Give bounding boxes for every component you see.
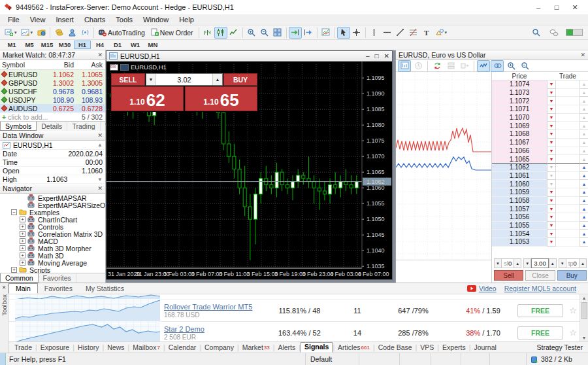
dom-volume-cell[interactable] <box>556 130 580 139</box>
buy-button[interactable]: BUY <box>223 73 257 86</box>
dom-buy-button[interactable]: Buy <box>557 270 587 281</box>
data-window-close-icon[interactable]: ✕ <box>97 132 103 139</box>
navigator-item-moving-average[interactable]: +Moving Average <box>0 259 105 266</box>
dom-close-button[interactable]: Close <box>525 270 555 281</box>
dom-volume-cell[interactable] <box>556 222 580 230</box>
navigator-item-math-3d-morpher[interactable]: +Math 3D Morpher <box>0 245 105 252</box>
market-watch-row[interactable]: AUDUSD0.67250.6728 <box>0 104 105 113</box>
volume-up-icon[interactable]: ▲ <box>212 74 222 85</box>
community-button[interactable] <box>65 27 78 39</box>
chart-window-titlebar[interactable]: EURUSD,H1 – □ ✕ <box>106 51 392 61</box>
menu-window[interactable]: Window <box>138 16 174 24</box>
dom-buy-tick-button[interactable]: ▲ <box>580 197 588 205</box>
dom-refresh-button[interactable] <box>431 60 444 72</box>
dom-buy-tick-button[interactable]: ▲ <box>580 130 588 139</box>
chart-shift-button[interactable] <box>302 27 315 39</box>
dom-volume-cell[interactable] <box>556 105 580 114</box>
navigator-item-controls[interactable]: +Controls <box>0 223 105 230</box>
market-watch-row[interactable]: GBPUSD1.30021.3005 <box>0 78 105 87</box>
dom-volume-cell[interactable] <box>556 180 580 188</box>
sl-value[interactable]: 0 <box>508 260 512 267</box>
dom-buy-tick-button[interactable]: ▲ <box>580 122 588 130</box>
dom-sell-tick-button[interactable]: ▼ <box>547 139 556 147</box>
dom-buy-tick-button[interactable]: ▲ <box>580 139 588 147</box>
dom-sell-tick-button[interactable]: ▼ <box>547 97 556 105</box>
navigator-close-icon[interactable]: ✕ <box>97 185 103 192</box>
market-watch-row[interactable]: USDCHF0.96780.9681 <box>0 87 105 96</box>
indicators-button[interactable] <box>319 27 333 39</box>
market-watch-close-icon[interactable]: ✕ <box>97 52 103 58</box>
dom-sell-tick-button[interactable]: ▼ <box>547 155 556 164</box>
search-button[interactable] <box>529 27 542 39</box>
dom-buy-tick-button[interactable]: ▲ <box>580 105 588 114</box>
volume-value[interactable]: 3.02 <box>156 74 212 85</box>
sell-button[interactable]: SELL <box>111 73 145 86</box>
dom-tick-chart-button[interactable] <box>477 60 490 72</box>
chart-canvas[interactable]: 1.10951.10901.10851.10801.10751.10701.10… <box>106 61 392 279</box>
dom-volume-cell[interactable] <box>556 188 580 197</box>
zoom-out-button[interactable] <box>258 27 271 39</box>
tab-trading[interactable]: Trading <box>67 122 100 131</box>
dom-orders-button[interactable] <box>444 60 457 72</box>
text-label-button[interactable]: T <box>420 27 433 39</box>
dom-buy-tick-button[interactable]: ▲ <box>580 97 588 105</box>
new-order-button[interactable]: New Order <box>148 27 197 39</box>
objects-button[interactable]: ▾ <box>433 27 449 39</box>
close-button[interactable]: ✕ <box>566 1 584 14</box>
dom-transfer-button[interactable] <box>458 60 471 72</box>
signal-row[interactable]: Star 2 Demo2 508 EUR163.44% / 5214285 /7… <box>8 322 588 341</box>
column-symbol[interactable]: Symbol <box>0 61 48 69</box>
dom-volume-cell[interactable] <box>556 205 580 213</box>
sl-up-icon[interactable]: ▲ <box>514 258 521 268</box>
dom-sell-tick-button[interactable]: ▼ <box>547 188 556 197</box>
favorite-star-icon[interactable]: ☆ <box>567 305 579 315</box>
dom-buy-tick-button[interactable]: ▲ <box>580 180 588 188</box>
dom-buy-tick-button[interactable]: ▲ <box>580 164 588 172</box>
dom-buy-tick-button[interactable]: ▲ <box>580 89 588 97</box>
dom-volume-cell[interactable] <box>556 147 580 156</box>
dom-buy-tick-button[interactable]: ▲ <box>580 188 588 197</box>
dom-buy-tick-button[interactable]: ▲ <box>580 114 588 122</box>
menu-view[interactable]: View <box>25 16 51 24</box>
timeframe-d1[interactable]: D1 <box>109 41 126 49</box>
horizontal-line-button[interactable] <box>381 27 394 39</box>
expand-icon[interactable]: + <box>20 245 25 251</box>
signal-name-link[interactable]: Star 2 Demo <box>164 325 204 333</box>
navigator-item-examples[interactable]: −Examples <box>0 209 105 216</box>
timeframe-mn[interactable]: MN <box>144 41 161 49</box>
dom-time-sales-button[interactable] <box>412 60 425 72</box>
dom-sell-tick-button[interactable]: ▼ <box>547 114 556 122</box>
signal-free-button[interactable]: FREE <box>517 326 563 339</box>
tab-favorites[interactable]: Favorites <box>39 273 76 283</box>
expand-icon[interactable]: + <box>20 231 25 237</box>
dom-volume-cell[interactable] <box>556 155 580 164</box>
dom-sell-tick-button[interactable]: ▼ <box>547 164 556 172</box>
dom-sell-tick-button[interactable]: ▼ <box>547 180 556 188</box>
column-bid[interactable]: Bid <box>48 61 76 69</box>
cursor-button[interactable] <box>337 27 350 39</box>
dom-buy-tick-button[interactable]: ▲ <box>580 222 588 230</box>
market-panel-button[interactable] <box>52 27 65 39</box>
bottom-tab-experts[interactable]: Experts <box>439 342 469 353</box>
tp-value[interactable]: 0 <box>574 260 577 267</box>
navigator-item-chartinchart[interactable]: +ChartInChart <box>0 216 105 223</box>
scrollbar-thumb[interactable] <box>581 302 587 319</box>
navigator-item-math-3d[interactable]: +Math 3D <box>0 252 105 259</box>
dom-sell-tick-button[interactable]: ▼ <box>547 172 556 181</box>
dom-sell-tick-button[interactable]: ▼ <box>547 230 556 238</box>
dom-sell-tick-button[interactable]: ▼ <box>547 130 556 139</box>
video-link[interactable]: Video <box>467 285 497 292</box>
toolbox-tab-main[interactable]: Main <box>8 283 38 294</box>
navigator-item-correlation-matrix-3d[interactable]: +Correlation Matrix 3D <box>0 230 105 237</box>
signals-scrollbar[interactable]: ▲ ▼ <box>580 294 588 341</box>
expand-icon[interactable]: + <box>20 252 25 258</box>
market-watch-add-row[interactable]: + click to add... 5 / 302 <box>0 113 105 121</box>
collapse-icon[interactable]: − <box>11 209 17 215</box>
dom-buy-tick-button[interactable]: ▲ <box>580 80 588 89</box>
dom-sell-tick-button[interactable]: ▼ <box>547 205 556 213</box>
expand-icon[interactable]: + <box>11 267 17 273</box>
timeframe-h4[interactable]: H4 <box>91 41 108 49</box>
tp-up-icon[interactable]: ▲ <box>579 258 587 268</box>
volume-down-icon[interactable]: ▼ <box>146 74 156 85</box>
tab-common[interactable]: Common <box>0 273 39 283</box>
